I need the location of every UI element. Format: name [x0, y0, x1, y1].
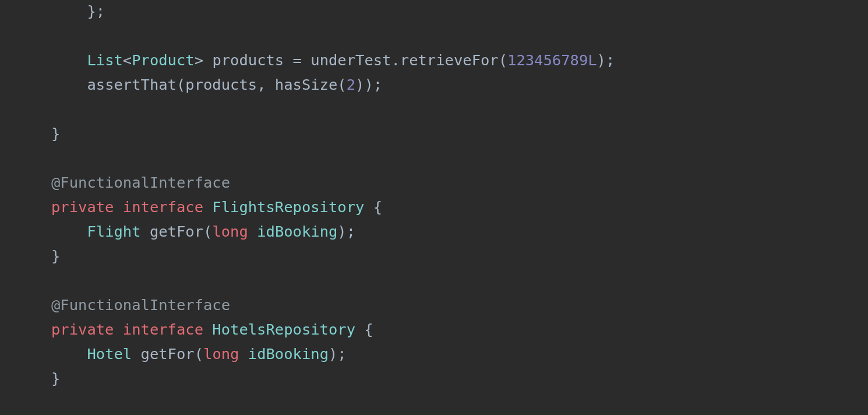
code-token: >: [195, 51, 203, 69]
code-token: getFor: [150, 223, 203, 240]
code-token: };: [87, 2, 105, 20]
code-token: ,: [257, 76, 275, 93]
code-block: }; List<Product> products = underTest.re…: [51, 0, 868, 391]
code-token: [248, 223, 257, 240]
code-token: [355, 321, 364, 338]
code-token: }: [51, 370, 60, 387]
code-token: .: [391, 51, 400, 69]
code-token: (: [499, 51, 507, 69]
code-token: [141, 223, 150, 240]
code-token: HotelsRepository: [212, 321, 355, 338]
code-token: long: [203, 345, 239, 363]
code-token: (: [195, 345, 203, 363]
code-token: interface: [123, 321, 203, 338]
code-token: long: [212, 223, 248, 240]
code-token: [114, 198, 122, 216]
code-token: }: [51, 125, 60, 142]
code-token: }: [51, 247, 60, 265]
code-token: 2: [347, 76, 355, 93]
code-token: retrieveFor: [400, 51, 499, 69]
code-token: Product: [132, 51, 194, 69]
code-token: ;: [347, 223, 355, 240]
code-token: [203, 198, 212, 216]
code-token: assertThat: [87, 76, 177, 93]
code-token: ): [337, 223, 346, 240]
code-token: underTest: [310, 51, 391, 69]
code-token: hasSize: [275, 76, 337, 93]
code-token: [364, 198, 373, 216]
code-token: {: [364, 321, 373, 338]
code-token: (: [337, 76, 346, 93]
code-token: 123456789L: [507, 51, 597, 69]
code-token: interface: [123, 198, 203, 216]
code-token: getFor: [141, 345, 195, 363]
code-token: ): [364, 76, 373, 93]
code-token: ): [329, 345, 337, 363]
code-token: [132, 345, 140, 363]
code-token: (: [177, 76, 185, 93]
code-token: [203, 51, 212, 69]
code-token: {: [373, 198, 382, 216]
code-token: List: [87, 51, 122, 69]
code-token: @FunctionalInterface: [51, 174, 230, 191]
code-token: [114, 321, 122, 338]
code-token: idBooking: [257, 223, 337, 240]
code-token: ): [597, 51, 606, 69]
code-token: <: [123, 51, 132, 69]
code-token: ): [355, 76, 364, 93]
code-token: =: [284, 51, 310, 69]
code-token: (: [203, 223, 212, 240]
code-token: Hotel: [87, 345, 132, 363]
code-token: products: [185, 76, 257, 93]
code-token: ;: [606, 51, 615, 69]
code-token: ;: [337, 345, 346, 363]
code-token: products: [212, 51, 284, 69]
code-token: [239, 345, 248, 363]
code-token: private: [51, 321, 114, 338]
code-token: Flight: [87, 223, 140, 240]
code-token: private: [51, 198, 114, 216]
code-token: FlightsRepository: [212, 198, 364, 216]
code-token: ;: [373, 76, 382, 93]
code-token: idBooking: [248, 345, 329, 363]
code-token: @FunctionalInterface: [51, 296, 230, 314]
code-token: [203, 321, 212, 338]
